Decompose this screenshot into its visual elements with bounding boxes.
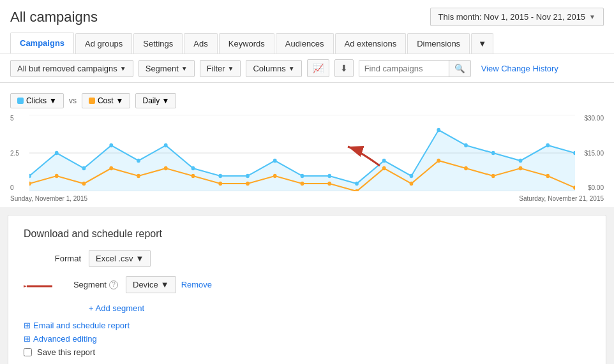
svg-point-34 [273, 174, 277, 178]
svg-point-7 [109, 143, 113, 148]
svg-point-41 [464, 166, 468, 171]
toolbar: All but removed campaigns ▼ Segment ▼ Fi… [0, 54, 614, 83]
advanced-editing-row[interactable]: ⊞ Advanced editing [24, 334, 590, 344]
search-box: 🔍 [359, 60, 471, 77]
clicks-caret: ▼ [49, 96, 57, 105]
svg-point-36 [327, 182, 331, 186]
segment-caret-icon: ▼ [181, 65, 188, 72]
y-axis-left-bottom: 0 [10, 184, 29, 191]
y-axis-left-mid: 2.5 [10, 150, 29, 157]
y-axis-right-mid: $15.00 [575, 150, 604, 157]
svg-point-14 [301, 174, 304, 178]
svg-point-33 [246, 182, 250, 186]
svg-point-27 [82, 182, 86, 186]
y-axis-right-top: $30.00 [575, 115, 604, 122]
clicks-metric-button[interactable]: Clicks ▼ [10, 93, 64, 108]
svg-point-10 [191, 166, 195, 171]
svg-point-13 [273, 159, 277, 163]
svg-point-28 [109, 166, 113, 171]
tab-keywords[interactable]: Keywords [219, 33, 274, 54]
remove-segment-link[interactable]: Remove [181, 280, 212, 289]
format-caret-icon: ▼ [136, 254, 144, 263]
save-report-label: Save this report [37, 347, 95, 357]
tab-dimensions[interactable]: Dimensions [407, 33, 470, 54]
svg-point-20 [464, 143, 468, 148]
chart-area: Clicks ▼ vs Cost ▼ Daily ▼ 5 2.5 0 $30.0… [0, 83, 614, 207]
plus-icon2: ⊞ [24, 334, 31, 344]
filter-campaigns-button[interactable]: All but removed campaigns ▼ [10, 60, 133, 77]
y-axis-left-top: 5 [10, 115, 29, 122]
format-value: Excel .csv [96, 254, 133, 263]
svg-point-12 [246, 174, 250, 178]
svg-point-40 [437, 159, 440, 163]
report-panel-title: Download and schedule report [24, 228, 590, 240]
segment-value: Device [133, 280, 158, 289]
period-caret: ▼ [161, 96, 169, 105]
cost-metric-button[interactable]: Cost ▼ [82, 93, 131, 108]
segment-row: Segment ? Device ▼ Remove [61, 276, 212, 293]
plus-icon: ⊞ [24, 321, 31, 330]
help-icon[interactable]: ? [109, 280, 118, 289]
chart-svg [10, 115, 604, 191]
svg-point-44 [546, 174, 550, 178]
tab-campaigns[interactable]: Campaigns [10, 33, 74, 54]
svg-point-6 [82, 166, 86, 171]
chevron-down-icon: ▼ [589, 13, 595, 20]
segment-label-area: Segment ? [61, 280, 118, 289]
svg-point-22 [519, 159, 523, 163]
svg-point-26 [55, 174, 59, 178]
save-report-row: Save this report [24, 347, 590, 357]
cost-color-dot [89, 98, 95, 104]
clicks-color-dot [17, 98, 24, 104]
svg-point-32 [218, 182, 222, 186]
svg-point-42 [491, 174, 495, 178]
email-schedule-label: Email and schedule report [33, 321, 130, 330]
svg-point-5 [55, 151, 59, 156]
add-segment-link[interactable]: + Add segment [89, 303, 144, 313]
svg-point-11 [218, 174, 222, 178]
format-select[interactable]: Excel .csv ▼ [89, 250, 151, 267]
x-axis-left-label: Sunday, November 1, 2015 [10, 195, 87, 202]
svg-point-9 [164, 143, 168, 148]
columns-caret-icon: ▼ [288, 65, 295, 72]
svg-point-8 [137, 159, 140, 163]
vs-label: vs [69, 96, 77, 105]
tab-settings[interactable]: Settings [133, 33, 183, 54]
svg-point-23 [546, 143, 550, 148]
view-history-link[interactable]: View Change History [481, 64, 558, 73]
date-range-button[interactable]: This month: Nov 1, 2015 - Nov 21, 2015 ▼ [430, 8, 604, 26]
segment-label: Segment [73, 280, 107, 289]
svg-point-31 [191, 174, 195, 178]
report-panel: Download and schedule report Format Exce… [8, 215, 606, 364]
period-button[interactable]: Daily ▼ [135, 93, 176, 108]
tab-more-button[interactable]: ▼ [471, 33, 493, 54]
search-button[interactable]: 🔍 [449, 61, 470, 76]
chart-toggle-button[interactable]: 📈 [307, 59, 329, 77]
cost-label: Cost [98, 96, 114, 105]
format-row: Format Excel .csv ▼ [24, 250, 590, 267]
segment-button[interactable]: Segment ▼ [139, 60, 195, 77]
tab-ads[interactable]: Ads [184, 33, 217, 54]
filter-label: Filter [207, 64, 225, 73]
y-axis-right-bottom: $0.00 [575, 184, 604, 191]
svg-point-35 [301, 182, 304, 186]
format-label: Format [24, 254, 81, 263]
columns-label: Columns [253, 64, 285, 73]
download-icon-button[interactable]: ⬇ [334, 59, 354, 77]
filter-campaigns-label: All but removed campaigns [17, 64, 117, 73]
filter-caret-icon: ▼ [120, 65, 126, 72]
columns-button[interactable]: Columns ▼ [246, 60, 301, 77]
tab-adextensions[interactable]: Ad extensions [335, 33, 407, 54]
segment-select[interactable]: Device ▼ [126, 276, 176, 293]
tab-adgroups[interactable]: Ad groups [75, 33, 132, 54]
tab-audiences[interactable]: Audiences [276, 33, 334, 54]
period-label: Daily [142, 96, 160, 105]
segment-label: Segment [146, 64, 179, 73]
segment-arrow-annotation [24, 280, 56, 295]
svg-point-21 [491, 151, 495, 156]
save-report-checkbox[interactable] [24, 348, 32, 356]
search-input[interactable] [359, 61, 449, 76]
email-schedule-row[interactable]: ⊞ Email and schedule report [24, 321, 590, 330]
filter-button[interactable]: Filter ▼ [200, 60, 241, 77]
filter-caret-icon2: ▼ [228, 65, 234, 72]
